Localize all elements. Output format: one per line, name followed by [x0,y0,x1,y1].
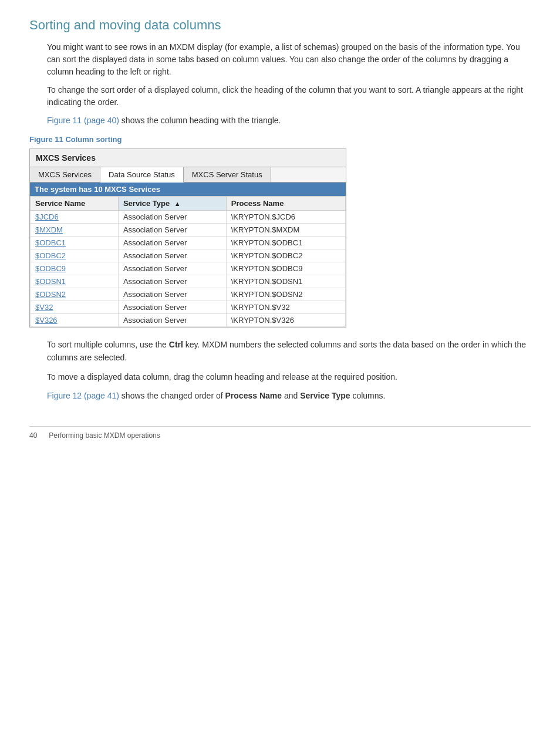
service-name-cell: $JCD6 [31,211,119,224]
table-row: $ODBC2Association Server\KRYPTON.$ODBC2 [31,249,346,262]
services-table: Service Name Service Type ▲ Process Name… [30,196,346,327]
intro-paragraph-2: To change the sort order of a displayed … [47,84,531,109]
page-footer: 40 Performing basic MXDM operations [29,426,531,440]
tab-mxcs-services[interactable]: MXCS Services [30,167,100,182]
service-name-cell: $ODSN1 [31,275,119,288]
sort-arrow-icon: ▲ [174,200,181,207]
service-type-cell: Association Server [118,314,226,327]
service-type-cell: Association Server [118,262,226,275]
service-type-cell: Association Server [118,237,226,249]
service-type-cell: Association Server [118,275,226,288]
widget-tabs: MXCS Services Data Source Status MXCS Se… [30,167,346,183]
process-name-cell: \KRYPTON.$MXDM [226,224,345,237]
service-name-link[interactable]: $ODSN2 [35,290,66,299]
figure11-ref-link[interactable]: Figure 11 (page 40) [47,116,119,125]
process-name-cell: \KRYPTON.$ODBC1 [226,237,345,249]
figure12-ref-link[interactable]: Figure 12 (page 41) [47,391,119,400]
figure12-ref-suffix: shows the changed order of [119,391,225,400]
tab-data-source-status[interactable]: Data Source Status [100,167,184,183]
page-title: Sorting and moving data columns [29,18,531,33]
process-name-cell: \KRYPTON.$ODSN2 [226,288,345,301]
service-name-link[interactable]: $JCD6 [35,212,59,221]
service-name-cell: $ODBC2 [31,249,119,262]
service-name-link[interactable]: $MXDM [35,225,63,234]
col-header-process-name[interactable]: Process Name [226,197,345,211]
figure12-and: and [282,391,300,400]
table-row: $V326Association Server\KRYPTON.$V326 [31,314,346,327]
figure11-ref-suffix: shows the column heading with the triang… [119,116,281,125]
table-row: $ODBC1Association Server\KRYPTON.$ODBC1 [31,237,346,249]
bottom-paragraph-3: Figure 12 (page 41) shows the changed or… [47,389,531,402]
process-name-cell: \KRYPTON.$ODSN1 [226,275,345,288]
bottom-paragraph-1: To sort multiple columns, use the Ctrl k… [47,338,531,364]
figure12-bold1: Process Name [225,391,282,400]
figure-caption: Figure 11 Column sorting [29,135,531,144]
figure11-ref-text: Figure 11 (page 40) shows the column hea… [47,114,531,127]
service-name-cell: $ODBC9 [31,262,119,275]
service-name-link[interactable]: $ODBC1 [35,238,66,247]
service-type-cell: Association Server [118,211,226,224]
process-name-cell: \KRYPTON.$V326 [226,314,345,327]
service-name-cell: $ODBC1 [31,237,119,249]
service-name-cell: $MXDM [31,224,119,237]
service-name-link[interactable]: $ODSN1 [35,277,66,286]
footer-section: Performing basic MXDM operations [49,431,160,440]
service-name-link[interactable]: $V326 [35,316,58,325]
table-row: $ODBC9Association Server\KRYPTON.$ODBC9 [31,262,346,275]
process-name-cell: \KRYPTON.$V32 [226,301,345,314]
process-name-cell: \KRYPTON.$ODBC9 [226,262,345,275]
table-row: $V32Association Server\KRYPTON.$V32 [31,301,346,314]
service-type-cell: Association Server [118,301,226,314]
table-row: $JCD6Association Server\KRYPTON.$JCD6 [31,211,346,224]
service-name-cell: $V326 [31,314,119,327]
bottom-paragraph-2: To move a displayed data column, drag th… [47,370,531,383]
process-name-cell: \KRYPTON.$ODBC2 [226,249,345,262]
table-row: $ODSN1Association Server\KRYPTON.$ODSN1 [31,275,346,288]
service-type-cell: Association Server [118,288,226,301]
intro-paragraph-1: You might want to see rows in an MXDM di… [47,41,531,78]
service-name-link[interactable]: $ODBC9 [35,264,66,273]
tab-mxcs-server-status[interactable]: MXCS Server Status [184,167,271,182]
service-name-link[interactable]: $ODBC2 [35,251,66,260]
figure12-end: columns. [350,391,386,400]
process-name-cell: \KRYPTON.$JCD6 [226,211,345,224]
service-name-link[interactable]: $V32 [35,303,53,312]
service-type-cell: Association Server [118,249,226,262]
figure12-bold2: Service Type [300,391,350,400]
service-type-cell: Association Server [118,224,226,237]
service-name-cell: $ODSN2 [31,288,119,301]
table-row: $MXDMAssociation Server\KRYPTON.$MXDM [31,224,346,237]
footer-page-number: 40 [29,431,37,440]
info-bar: The system has 10 MXCS Services [30,183,346,196]
col-header-service-name[interactable]: Service Name [31,197,119,211]
mxcs-services-widget: MXCS Services MXCS Services Data Source … [29,148,346,328]
table-row: $ODSN2Association Server\KRYPTON.$ODSN2 [31,288,346,301]
service-name-cell: $V32 [31,301,119,314]
widget-titlebar: MXCS Services [30,149,346,167]
col-header-service-type[interactable]: Service Type ▲ [118,197,226,211]
